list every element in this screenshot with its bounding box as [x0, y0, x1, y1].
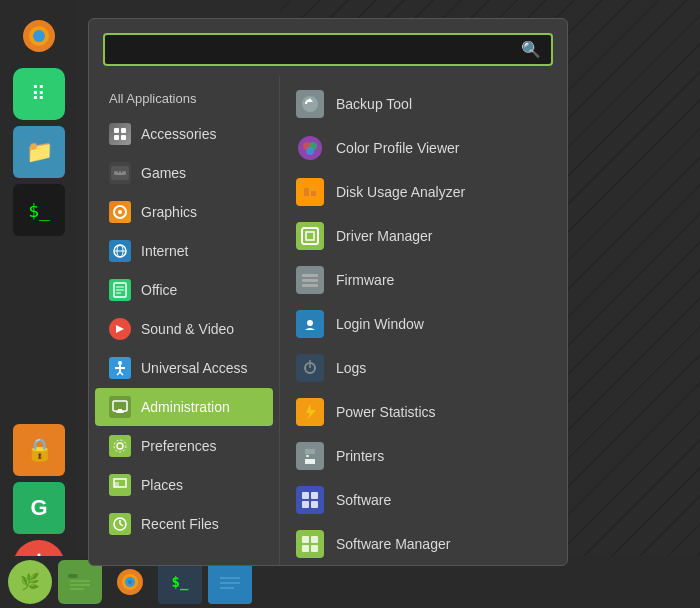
- category-games[interactable]: Games: [95, 154, 273, 192]
- software-manager-icon: [296, 530, 324, 558]
- sound-video-label: Sound & Video: [141, 321, 234, 337]
- svg-point-40: [306, 147, 314, 155]
- accessories-label: Accessories: [141, 126, 216, 142]
- app-backup-tool[interactable]: Backup Tool: [280, 82, 567, 126]
- color-profile-label: Color Profile Viewer: [336, 140, 459, 156]
- svg-rect-60: [302, 501, 309, 508]
- svg-rect-55: [305, 449, 315, 454]
- svg-rect-63: [311, 536, 318, 543]
- search-icon: 🔍: [521, 40, 541, 59]
- app-firmware[interactable]: Firmware: [280, 258, 567, 302]
- svg-rect-48: [302, 284, 318, 287]
- app-printers[interactable]: Printers: [280, 434, 567, 478]
- category-universal-access[interactable]: Universal Access: [95, 349, 273, 387]
- menu-panel: I 🔍 All Applications Accessories: [88, 18, 568, 566]
- login-window-icon: [296, 310, 324, 338]
- svg-rect-64: [302, 545, 309, 552]
- disk-usage-label: Disk Usage Analyzer: [336, 184, 465, 200]
- software-label: Software: [336, 492, 391, 508]
- games-icon: [109, 162, 131, 184]
- software-icon: [296, 486, 324, 514]
- svg-point-2: [33, 30, 45, 42]
- menu-content: All Applications Accessories Games: [89, 76, 567, 565]
- printers-label: Printers: [336, 448, 384, 464]
- search-input[interactable]: I: [115, 41, 521, 58]
- category-internet[interactable]: Internet: [95, 232, 273, 270]
- svg-rect-79: [218, 572, 242, 592]
- firmware-icon: [296, 266, 324, 294]
- color-profile-icon: [296, 134, 324, 162]
- category-places[interactable]: Places: [95, 466, 273, 504]
- svg-rect-56: [305, 459, 315, 464]
- software-manager-label: Software Manager: [336, 536, 450, 552]
- disk-usage-icon: [296, 178, 324, 206]
- graphics-label: Graphics: [141, 204, 197, 220]
- app-disk-usage-analyzer[interactable]: Disk Usage Analyzer: [280, 170, 567, 214]
- office-label: Office: [141, 282, 177, 298]
- svg-text:🌿: 🌿: [20, 572, 40, 591]
- search-bar: I 🔍: [89, 19, 567, 76]
- category-preferences[interactable]: Preferences: [95, 427, 273, 465]
- svg-point-50: [307, 320, 313, 326]
- graphics-icon: [109, 201, 131, 223]
- category-graphics[interactable]: Graphics: [95, 193, 273, 231]
- recent-files-label: Recent Files: [141, 516, 219, 532]
- universal-access-icon: [109, 357, 131, 379]
- category-recent-files[interactable]: Recent Files: [95, 505, 273, 543]
- sidebar-lock-icon[interactable]: 🔒: [13, 424, 65, 476]
- logs-label: Logs: [336, 360, 366, 376]
- backup-tool-icon: [296, 90, 324, 118]
- svg-rect-46: [302, 274, 318, 277]
- svg-line-26: [120, 372, 123, 375]
- svg-rect-57: [306, 455, 309, 457]
- games-label: Games: [141, 165, 186, 181]
- svg-rect-6: [121, 135, 126, 140]
- category-accessories[interactable]: Accessories: [95, 115, 273, 153]
- firmware-label: Firmware: [336, 272, 394, 288]
- administration-icon: [109, 396, 131, 418]
- svg-rect-42: [304, 188, 309, 196]
- taskbar-files-icon[interactable]: [58, 560, 102, 604]
- app-driver-manager[interactable]: Driver Manager: [280, 214, 567, 258]
- driver-manager-label: Driver Manager: [336, 228, 432, 244]
- universal-access-label: Universal Access: [141, 360, 248, 376]
- sidebar-apps-icon[interactable]: ⠿: [13, 68, 65, 120]
- taskbar-mint-icon[interactable]: 🌿: [8, 560, 52, 604]
- svg-point-78: [128, 580, 132, 584]
- svg-rect-3: [114, 128, 119, 133]
- category-sound-video[interactable]: Sound & Video: [95, 310, 273, 348]
- svg-line-34: [120, 524, 123, 526]
- svg-rect-72: [70, 580, 90, 582]
- app-logs[interactable]: Logs: [280, 346, 567, 390]
- places-label: Places: [141, 477, 183, 493]
- taskbar-files2-icon[interactable]: [208, 560, 252, 604]
- category-administration[interactable]: Administration: [95, 388, 273, 426]
- preferences-label: Preferences: [141, 438, 216, 454]
- taskbar-firefox-icon[interactable]: [108, 560, 152, 604]
- sidebar-firefox-icon[interactable]: [13, 10, 65, 62]
- sidebar-g-icon[interactable]: G: [13, 482, 65, 534]
- places-icon: [109, 474, 131, 496]
- category-all-applications[interactable]: All Applications: [95, 83, 273, 114]
- category-office[interactable]: Office: [95, 271, 273, 309]
- internet-icon: [109, 240, 131, 262]
- svg-rect-65: [311, 545, 318, 552]
- svg-rect-5: [114, 135, 119, 140]
- office-icon: [109, 279, 131, 301]
- app-software-manager[interactable]: Software Manager: [280, 522, 567, 565]
- app-color-profile-viewer[interactable]: Color Profile Viewer: [280, 126, 567, 170]
- search-input-wrapper: I 🔍: [103, 33, 553, 66]
- sidebar-terminal-icon[interactable]: $_: [13, 184, 65, 236]
- logs-icon: [296, 354, 324, 382]
- taskbar-terminal-icon[interactable]: $_: [158, 560, 202, 604]
- app-login-window[interactable]: Login Window: [280, 302, 567, 346]
- app-power-statistics[interactable]: Power Statistics: [280, 390, 567, 434]
- svg-rect-62: [302, 536, 309, 543]
- backup-tool-label: Backup Tool: [336, 96, 412, 112]
- app-software[interactable]: Software: [280, 478, 567, 522]
- svg-rect-71: [68, 574, 78, 578]
- svg-rect-61: [311, 501, 318, 508]
- administration-label: Administration: [141, 399, 230, 415]
- svg-rect-43: [311, 191, 316, 196]
- sidebar-files-icon[interactable]: 📁: [13, 126, 65, 178]
